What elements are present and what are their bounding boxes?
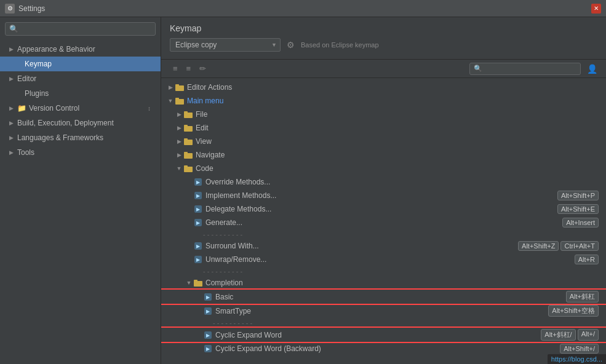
svg-text:▶: ▶	[206, 346, 210, 352]
tree-label-view: View	[196, 137, 601, 146]
shortcut-badge: Alt+Shift+Z	[518, 241, 559, 251]
based-on-text: Based on Eclipse keymap	[301, 41, 379, 49]
tree-row-generate[interactable]: ▶Generate...Alt+Insert	[161, 216, 606, 229]
tree-row-edit[interactable]: ▶Edit	[161, 121, 606, 135]
folder-icon	[193, 278, 203, 288]
content-header: Keymap Eclipse copy ▼ ⚙ Based on Eclipse…	[161, 17, 606, 60]
separator-sep1: - - - - - - - - - -	[161, 229, 606, 239]
nav-arrow-icon: ▶	[7, 46, 15, 53]
tree-row-code[interactable]: ▼Code	[161, 162, 606, 175]
svg-rect-27	[194, 280, 197, 282]
tree-row-completion[interactable]: ▼Completion	[161, 276, 606, 290]
tree-label-basic: Basic	[215, 293, 566, 301]
sidebar-item-label: Keymap	[25, 60, 52, 68]
svg-rect-10	[184, 153, 193, 159]
sidebar-item-label: Build, Execution, Deployment	[17, 119, 114, 127]
sidebar-item-version-control[interactable]: ▶ 📁 Version Control ↕	[0, 101, 161, 116]
folder-icon	[183, 123, 193, 133]
tree-arrow-icon: ▶	[175, 152, 183, 158]
tree-row-basic[interactable]: ▶BasicAlt+斜杠	[161, 290, 606, 304]
tree-row-editor-actions[interactable]: ▶Editor Actions	[161, 81, 606, 94]
toolbar-indent-btn[interactable]: ≡	[170, 62, 181, 75]
tree-row-cyclic-expand-word-bw[interactable]: ▶Cyclic Expand Word (Backward)Alt+Shift+…	[161, 342, 606, 355]
shortcut-badge: Alt+斜杠	[566, 291, 599, 303]
toolbar-edit-btn[interactable]: ✏	[196, 62, 209, 75]
tree-row-delegate-methods[interactable]: ▶Delegate Methods...Alt+Shift+E	[161, 202, 606, 216]
svg-text:▶: ▶	[196, 220, 201, 226]
toolbar-search[interactable]: 🔍	[469, 63, 581, 75]
tree-label-surround-with: Surround With...	[205, 242, 518, 250]
svg-rect-8	[184, 140, 193, 145]
sidebar-item-appearance[interactable]: ▶ Appearance & Behavior	[0, 42, 161, 57]
separator-sep2: - - - - - - - - - -	[161, 266, 606, 276]
nav-arrow-icon	[15, 60, 22, 68]
sidebar-navigation: ▶ Appearance & Behavior Keymap ▶ Editor …	[0, 41, 161, 364]
svg-rect-2	[175, 99, 184, 105]
tree-row-file[interactable]: ▶File	[161, 108, 606, 121]
sidebar-item-languages[interactable]: ▶ Languages & Frameworks	[0, 130, 161, 145]
shortcut-badge: Alt+Insert	[562, 218, 599, 228]
sidebar-search[interactable]: 🔍	[5, 22, 156, 36]
tree-row-unwrap-remove[interactable]: ▶Unwrap/Remove...Alt+R	[161, 253, 606, 266]
tree-row-view[interactable]: ▶View	[161, 135, 606, 148]
toolbar-search-input[interactable]	[484, 65, 576, 73]
sidebar-search-input[interactable]	[21, 25, 151, 33]
sidebar-item-build[interactable]: ▶ Build, Execution, Deployment	[0, 116, 161, 130]
shortcut-badge: Alt+Shift+E	[557, 204, 599, 214]
tree-row-smarttype[interactable]: ▶SmartTypeAlt+Shift+空格	[161, 304, 606, 318]
toolbar-outdent-btn[interactable]: ≡	[183, 62, 194, 75]
tree-row-cyclic-expand-word[interactable]: ▶Cyclic Expand WordAlt+斜杠/Alt+/	[161, 328, 606, 342]
shortcut-badges-basic: Alt+斜杠	[566, 291, 601, 303]
toolbar-row: ≡ ≡ ✏ 🔍 👤	[161, 60, 606, 78]
shortcut-badges-cyclic-expand-word-bw: Alt+Shift+/	[560, 344, 601, 354]
sidebar-item-plugins[interactable]: Plugins	[0, 86, 161, 101]
tree-label-navigate: Navigate	[196, 151, 601, 159]
svg-rect-26	[194, 281, 202, 287]
keymap-gear-button[interactable]: ⚙	[285, 39, 296, 51]
nav-arrow-icon: ▶	[7, 134, 15, 141]
svg-rect-6	[184, 126, 193, 132]
shortcut-badge: Alt+Shift+/	[560, 344, 599, 354]
keymap-selector-row: Eclipse copy ▼ ⚙ Based on Eclipse keymap	[170, 38, 597, 52]
svg-rect-13	[184, 165, 188, 167]
keymap-select-wrapper: Eclipse copy ▼	[170, 38, 281, 52]
close-button[interactable]: ✕	[591, 4, 601, 14]
tree-label-completion: Completion	[205, 279, 601, 287]
action-icon: ▶	[193, 241, 203, 251]
nav-arrow-icon: ▶	[7, 75, 15, 82]
sidebar-item-label: Appearance & Behavior	[17, 45, 95, 53]
sidebar-item-tools[interactable]: ▶ Tools	[0, 145, 161, 160]
sidebar-item-keymap[interactable]: Keymap	[0, 57, 161, 71]
svg-text:▶: ▶	[196, 193, 201, 199]
tree-row-override-methods[interactable]: ▶Override Methods...	[161, 175, 606, 189]
action-icon: ▶	[193, 204, 203, 214]
tree-arrow-icon: ▼	[166, 98, 175, 104]
action-icon: ▶	[203, 306, 213, 316]
tree-row-main-menu[interactable]: ▼Main menu	[161, 94, 606, 108]
action-icon: ▶	[203, 330, 213, 340]
tree-row-implement-methods[interactable]: ▶Implement Methods...Alt+Shift+P	[161, 189, 606, 202]
sidebar-item-label: Tools	[17, 148, 34, 157]
tree-label-cyclic-expand-word-bw: Cyclic Expand Word (Backward)	[215, 344, 560, 353]
shortcut-badge: Alt+R	[575, 255, 599, 264]
shortcut-badges-cyclic-expand-word: Alt+斜杠/Alt+/	[541, 329, 601, 341]
folder-icon	[183, 109, 193, 119]
app-icon: ⚙	[5, 4, 15, 14]
tree-row-navigate[interactable]: ▶Navigate	[161, 148, 606, 162]
sidebar-item-editor[interactable]: ▶ Editor	[0, 71, 161, 86]
shortcut-badge: Alt+Shift+P	[557, 191, 599, 200]
svg-rect-9	[184, 138, 188, 140]
content-panel: Keymap Eclipse copy ▼ ⚙ Based on Eclipse…	[161, 17, 606, 364]
nav-arrow-icon: ▶	[7, 149, 15, 156]
tree-arrow-icon: ▶	[175, 111, 183, 117]
url-overlay: https://blog.csd...	[548, 354, 606, 364]
sidebar-item-label: Editor	[17, 74, 36, 83]
svg-rect-11	[184, 152, 188, 154]
sidebar-item-label: Version Control	[29, 104, 148, 113]
nav-arrow-icon	[15, 90, 22, 97]
svg-text:▶: ▶	[196, 243, 201, 249]
keymap-select[interactable]: Eclipse copy	[170, 38, 281, 52]
folder-icon	[175, 82, 185, 92]
tree-row-surround-with[interactable]: ▶Surround With...Alt+Shift+ZCtrl+Alt+T	[161, 239, 606, 253]
content-title: Keymap	[170, 23, 597, 33]
